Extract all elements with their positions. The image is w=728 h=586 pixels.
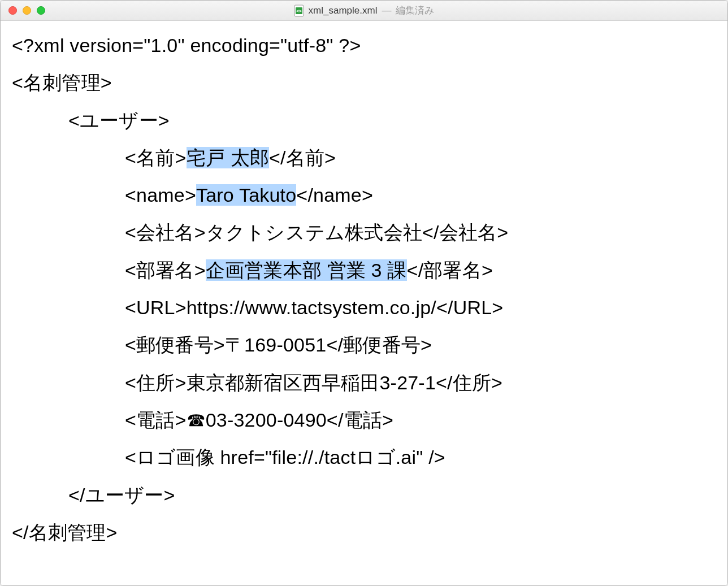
company-value: タクトシステム株式会社 xyxy=(206,222,422,243)
window-title: <> xml_sample.xml — 編集済み xyxy=(1,4,727,17)
addr-close: </住所> xyxy=(436,372,502,393)
editor-window: <> xml_sample.xml — 編集済み <?xml version="… xyxy=(0,0,728,586)
name-jp-close: </名前> xyxy=(269,147,336,168)
url-value: https://www.tactsystem.co.jp/ xyxy=(187,297,436,318)
root-close-tag: </名刺管理> xyxy=(12,522,118,543)
tel-close: </電話> xyxy=(327,409,393,431)
title-separator: — xyxy=(382,5,391,16)
root-open-tag: <名刺管理> xyxy=(12,72,112,93)
name-en-open: <name> xyxy=(125,184,196,206)
minimize-icon[interactable] xyxy=(23,6,31,15)
addr-open: <住所> xyxy=(125,372,187,393)
svg-text:<>: <> xyxy=(296,8,302,14)
file-icon: <> xyxy=(294,5,304,17)
addr-value: 東京都新宿区西早稲田3-27-1 xyxy=(187,372,436,393)
edited-status-label: 編集済み xyxy=(396,4,434,17)
company-close: </会社名> xyxy=(422,222,508,243)
xml-declaration: <?xml version="1.0" encoding="utf-8" ?> xyxy=(12,34,361,56)
user-open-tag: <ユーザー> xyxy=(68,110,170,131)
editor-content[interactable]: <?xml version="1.0" encoding="utf-8" ?><… xyxy=(1,21,727,585)
window-controls xyxy=(1,6,45,15)
titlebar[interactable]: <> xml_sample.xml — 編集済み xyxy=(1,1,727,21)
company-open: <会社名> xyxy=(125,222,206,243)
user-close-tag: </ユーザー> xyxy=(68,484,175,506)
name-en-close: </name> xyxy=(296,184,373,206)
maximize-icon[interactable] xyxy=(37,6,45,15)
logo-tag: <ロゴ画像 href="file://./tactロゴ.ai" /> xyxy=(125,446,445,468)
svg-rect-0 xyxy=(294,5,304,16)
postal-value: 〒169-0051 xyxy=(225,334,327,355)
postal-close: </郵便番号> xyxy=(326,334,432,355)
dept-value: 企画営業本部 営業 3 課 xyxy=(206,259,407,281)
dept-close: </部署名> xyxy=(407,259,493,281)
name-jp-open: <名前> xyxy=(125,147,187,168)
close-icon[interactable] xyxy=(8,6,17,15)
svg-rect-1 xyxy=(296,7,302,14)
url-close: </URL> xyxy=(436,297,503,318)
name-jp-value: 宅戸 太郎 xyxy=(187,147,269,168)
postal-open: <郵便番号> xyxy=(125,334,225,355)
url-open: <URL> xyxy=(125,297,187,318)
tel-open: <電話> xyxy=(125,409,187,431)
name-en-value: Taro Takuto xyxy=(196,184,296,206)
tel-value: ☎03-3200-0490 xyxy=(187,409,327,431)
dept-open: <部署名> xyxy=(125,259,206,281)
filename-label: xml_sample.xml xyxy=(309,5,378,16)
